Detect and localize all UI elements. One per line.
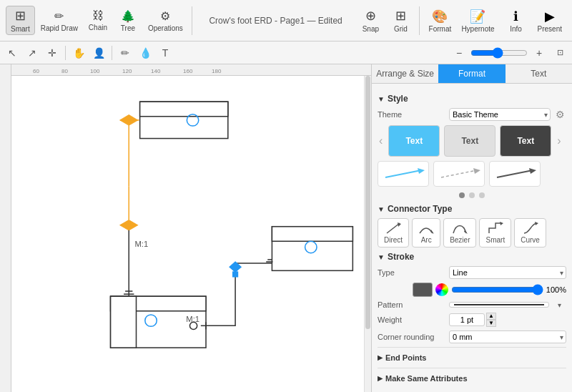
zoom-minus[interactable]: − — [450, 44, 468, 62]
present-label: Present — [538, 25, 562, 33]
weight-up-btn[interactable]: ▲ — [486, 313, 496, 320]
swatch-next-arrow[interactable]: › — [556, 134, 562, 147]
select-tool[interactable]: ↖ — [3, 44, 21, 62]
corner-select-wrap: 0 mm 1 mm 2 mm 5 mm — [449, 330, 566, 343]
format-icon: 🎨 — [432, 9, 448, 24]
swatch-teal[interactable]: Text — [388, 125, 440, 157]
arrow-swatch-3[interactable] — [489, 161, 541, 187]
svg-marker-13 — [120, 220, 138, 230]
weight-stepper-btns: ▲ ▼ — [486, 313, 496, 327]
tool-bar: ↖ ↗ ✛ ✋ 👤 ✏ 💧 T − + ⊡ — [0, 41, 572, 64]
hand-tool[interactable]: ✋ — [69, 44, 88, 62]
smart-tool[interactable]: ⊞ Smart — [6, 6, 35, 35]
svg-line-33 — [387, 223, 400, 233]
stroke-type-label: Type — [378, 268, 449, 277]
rapid-draw-icon: ✏ — [54, 9, 64, 23]
end-points-title: End Points — [385, 353, 426, 362]
connector-type-header[interactable]: ▼ Connector Type — [378, 204, 566, 214]
stroke-pattern-row: Pattern ▾ — [378, 300, 566, 309]
end-points-section: ▶ End Points — [378, 347, 566, 365]
stroke-pattern-label: Pattern — [378, 300, 449, 309]
snap-tool[interactable]: ⊕ Snap — [356, 6, 385, 34]
corner-rounding-row: Corner rounding 0 mm 1 mm 2 mm 5 mm — [378, 330, 566, 343]
connector-smart[interactable]: Smart — [479, 218, 511, 248]
svg-text:M:1: M:1 — [134, 240, 148, 248]
connector-curve[interactable]: Curve — [514, 218, 546, 248]
stroke-pattern-select-wrap[interactable] — [449, 302, 549, 308]
present-tool[interactable]: ▶ Present — [533, 7, 566, 34]
rapid-draw-tool[interactable]: ✏ Rapid Draw — [36, 8, 82, 34]
zoom-plus[interactable]: + — [530, 44, 548, 62]
tree-tool[interactable]: 🌲 Tree — [114, 8, 142, 34]
connector-direct[interactable]: Direct — [378, 218, 409, 248]
theme-select-container: Basic Theme — [449, 108, 551, 121]
sep2 — [419, 6, 420, 35]
panel-body: ▼ Style Theme Basic Theme ⚙ ‹ — [372, 84, 572, 391]
svg-line-29 — [441, 170, 477, 177]
svg-line-27 — [385, 170, 421, 177]
stroke-opacity-slider[interactable] — [451, 284, 543, 295]
tree-label: Tree — [121, 24, 135, 32]
ink-tool[interactable]: 💧 — [136, 44, 154, 62]
swatch-dark[interactable]: Text — [500, 125, 551, 157]
arrow-tool[interactable]: ↗ — [23, 44, 41, 62]
chain-tool[interactable]: ⛓ Chain — [84, 8, 112, 33]
swatch-gray[interactable]: Text — [444, 125, 495, 157]
end-points-header[interactable]: ▶ End Points — [378, 351, 566, 365]
connector-title: Connector Type — [388, 204, 452, 214]
swatch-prev-arrow[interactable]: ‹ — [378, 134, 384, 147]
present-icon: ▶ — [545, 9, 555, 24]
corner-select[interactable]: 0 mm 1 mm 2 mm 5 mm — [449, 330, 566, 343]
theme-select[interactable]: Basic Theme — [449, 108, 551, 121]
format-tool[interactable]: 🎨 Format — [424, 7, 455, 34]
person-tool[interactable]: 👤 — [89, 44, 108, 62]
pen-tool[interactable]: ✏ — [116, 44, 134, 62]
stroke-color-row: 100% — [378, 283, 566, 297]
arrow-swatch-2[interactable] — [433, 161, 485, 187]
info-tool[interactable]: ℹ Info — [500, 7, 532, 34]
tab-arrange-size[interactable]: Arrange & Size — [372, 64, 438, 83]
theme-row: Theme Basic Theme ⚙ — [378, 108, 566, 121]
tab-format[interactable]: Format — [438, 64, 505, 83]
arrow-swatch-1[interactable] — [378, 161, 429, 187]
stroke-color-swatch[interactable] — [413, 283, 433, 297]
connector-bezier[interactable]: Bezier — [443, 218, 476, 248]
svg-text:M:1: M:1 — [186, 315, 199, 323]
cross-tool[interactable]: ✛ — [43, 44, 61, 62]
zoom-slider[interactable] — [470, 47, 528, 59]
stroke-color-wheel[interactable] — [435, 283, 448, 296]
text-tool[interactable]: T — [156, 44, 174, 62]
svg-marker-30 — [473, 168, 480, 174]
hypernote-tool[interactable]: 📝 Hypernote — [457, 7, 498, 34]
style-arrow: ▼ — [378, 95, 385, 103]
style-section-header[interactable]: ▼ Style — [378, 94, 566, 104]
connector-arrow: ▼ — [378, 205, 385, 213]
connector-bezier-label: Bezier — [450, 236, 470, 244]
canvas-scrollbar[interactable] — [364, 76, 371, 392]
canvas-area[interactable]: 60 80 100 120 140 160 180 — [0, 64, 372, 392]
connector-arc[interactable]: Arc — [412, 218, 440, 248]
pattern-dropdown-btn[interactable]: ▾ — [552, 301, 566, 309]
stroke-type-select-wrap: Line None — [449, 266, 566, 279]
stroke-opacity-label: 100% — [546, 285, 566, 294]
tab-text[interactable]: Text — [506, 64, 572, 83]
theme-label: Theme — [378, 110, 449, 119]
operations-tool[interactable]: ⚙ Operations — [144, 8, 187, 34]
make-same-section: ▶ Make Same Attributes — [378, 368, 566, 386]
grid-tool[interactable]: ⊞ Grid — [386, 6, 415, 34]
stroke-type-select[interactable]: Line None — [449, 266, 566, 279]
svg-marker-38 — [535, 222, 538, 225]
canvas-content[interactable]: M:1 M:1 — [11, 76, 371, 392]
make-same-header[interactable]: ▶ Make Same Attributes — [378, 371, 566, 386]
make-same-arrow: ▶ — [378, 375, 383, 382]
svg-marker-32 — [529, 168, 536, 174]
zoom-fit[interactable]: ⊡ — [551, 44, 569, 62]
weight-input[interactable] — [449, 313, 485, 326]
hypernote-label: Hypernote — [461, 25, 494, 33]
corner-label: Corner rounding — [378, 333, 449, 341]
panel-tabs: Arrange & Size Format Text — [372, 64, 572, 84]
weight-down-btn[interactable]: ▼ — [486, 320, 496, 327]
end-points-arrow: ▶ — [378, 354, 383, 361]
theme-gear-button[interactable]: ⚙ — [553, 108, 566, 121]
stroke-section-header[interactable]: ▼ Stroke — [378, 252, 566, 262]
